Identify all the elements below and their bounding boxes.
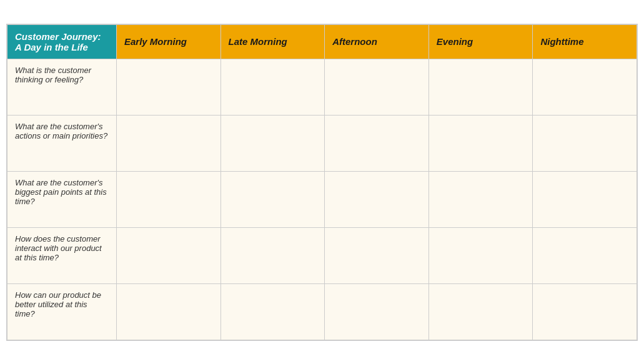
table-row: How can our product be better utilized a… (7, 283, 637, 340)
cell-actions-late-morning (220, 115, 325, 171)
cell-utilized-evening (429, 283, 533, 340)
table-header-title: Customer Journey: A Day in the Life (7, 24, 117, 59)
cell-thinking-afternoon (325, 59, 429, 115)
cell-utilized-early-morning (117, 283, 221, 340)
cell-actions-early-morning (117, 115, 221, 171)
cell-pain-afternoon (325, 171, 429, 227)
row-label-pain-points: What are the customer's biggest pain poi… (7, 171, 117, 227)
cell-thinking-late-morning (220, 59, 325, 115)
row-label-thinking: What is the customer thinking or feeling… (7, 59, 117, 115)
cell-utilized-late-morning (220, 283, 325, 340)
cell-thinking-evening (429, 59, 533, 115)
cell-interact-evening (429, 227, 533, 283)
cell-utilized-afternoon (325, 283, 429, 340)
table-header-afternoon: Afternoon (325, 24, 429, 59)
table-header-nighttime: Nighttime (533, 24, 637, 59)
cell-interact-nighttime (533, 227, 637, 283)
cell-pain-early-morning (117, 171, 221, 227)
table-header-late-morning: Late Morning (220, 24, 325, 59)
table-row: What is the customer thinking or feeling… (7, 59, 637, 115)
table-row: What are the customer's actions or main … (7, 115, 637, 171)
cell-interact-early-morning (117, 227, 221, 283)
cell-utilized-nighttime (533, 283, 637, 340)
row-label-interact: How does the customer interact with our … (7, 227, 117, 283)
cell-actions-evening (429, 115, 533, 171)
cell-interact-late-morning (220, 227, 325, 283)
cell-pain-nighttime (533, 171, 637, 227)
row-label-actions: What are the customer's actions or main … (7, 115, 117, 171)
cell-actions-afternoon (325, 115, 429, 171)
cell-thinking-nighttime (533, 59, 637, 115)
table-row: What are the customer's biggest pain poi… (7, 171, 637, 227)
cell-actions-nighttime (533, 115, 637, 171)
cell-pain-late-morning (220, 171, 325, 227)
customer-journey-table: Customer Journey: A Day in the Life Earl… (6, 24, 638, 341)
cell-pain-evening (429, 171, 533, 227)
table-header-evening: Evening (429, 24, 533, 59)
cell-thinking-early-morning (117, 59, 221, 115)
cell-interact-afternoon (325, 227, 429, 283)
table-row: How does the customer interact with our … (7, 227, 637, 283)
table-header-early-morning: Early Morning (117, 24, 221, 59)
row-label-utilized: How can our product be better utilized a… (7, 283, 117, 340)
